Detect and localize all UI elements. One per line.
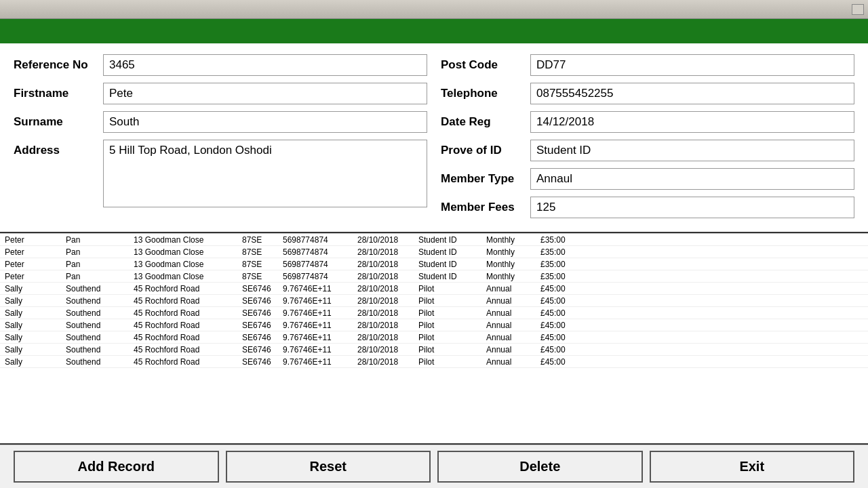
- table-cell: Student ID: [416, 272, 484, 281]
- reset-button[interactable]: Reset: [226, 451, 431, 483]
- field-row-post-code: Post Code: [441, 54, 854, 76]
- table-cell: 13 Goodman Close: [132, 235, 240, 245]
- field-row-firstname: Firstname: [14, 83, 427, 104]
- table-row[interactable]: SallySouthend45 Rochford RoadSE67469.767…: [0, 307, 868, 319]
- table-cell: £45:00: [538, 345, 586, 354]
- table-cell: Pilot: [416, 308, 484, 318]
- input-address[interactable]: [103, 140, 427, 207]
- table-row[interactable]: SallySouthend45 Rochford RoadSE67469.767…: [0, 295, 868, 307]
- table-cell: 45 Rochford Road: [132, 296, 240, 306]
- table-cell: Southend: [64, 333, 132, 342]
- table-cell: Monthly: [484, 247, 538, 257]
- table-cell: 13 Goodman Close: [132, 260, 240, 269]
- table-cell: 28/10/2018: [355, 308, 416, 318]
- label-date-reg: Date Reg: [441, 111, 522, 129]
- add-record-button[interactable]: Add Record: [14, 451, 219, 483]
- table-row[interactable]: SallySouthend45 Rochford RoadSE67469.767…: [0, 319, 868, 331]
- table-cell: Pilot: [416, 333, 484, 342]
- table-cell: SE6746: [240, 296, 281, 306]
- exit-button[interactable]: Exit: [650, 451, 855, 483]
- form-left: Reference NoFirstnameSurnameAddress: [14, 54, 427, 221]
- table-cell: Sally: [3, 296, 64, 306]
- table-cell: Annual: [484, 357, 538, 367]
- delete-button[interactable]: Delete: [437, 451, 643, 483]
- table-cell: Pilot: [416, 357, 484, 367]
- table-cell: Southend: [64, 296, 132, 306]
- table-cell: 87SE: [240, 235, 281, 245]
- table-cell: £45:00: [538, 296, 586, 306]
- table-cell: £35:00: [538, 235, 586, 245]
- table-cell: Monthly: [484, 272, 538, 281]
- table-cell: 87SE: [240, 260, 281, 269]
- table-cell: 13 Goodman Close: [132, 272, 240, 281]
- input-telephone[interactable]: [530, 83, 854, 104]
- table-cell: 87SE: [240, 247, 281, 257]
- table-cell: SE6746: [240, 345, 281, 354]
- table-cell: Pan: [64, 247, 132, 257]
- table-cell: 28/10/2018: [355, 284, 416, 293]
- table-cell: Monthly: [484, 260, 538, 269]
- table-cell: Annual: [484, 321, 538, 330]
- field-row-address: Address: [14, 140, 427, 207]
- table-cell: 9.76746E+11: [281, 296, 355, 306]
- table-cell: 28/10/2018: [355, 345, 416, 354]
- table-row[interactable]: SallySouthend45 Rochford RoadSE67469.767…: [0, 283, 868, 295]
- field-row-prove-of-id: Prove of ID: [441, 140, 854, 161]
- grid-scroll[interactable]: PeterPan13 Goodman Close87SE569877487428…: [0, 234, 868, 443]
- input-member-fees[interactable]: [530, 197, 854, 218]
- table-cell: 45 Rochford Road: [132, 345, 240, 354]
- table-cell: Peter: [3, 260, 64, 269]
- table-cell: £45:00: [538, 284, 586, 293]
- field-row-member-type: Member Type: [441, 168, 854, 190]
- close-button[interactable]: [852, 4, 864, 15]
- table-cell: 13 Goodman Close: [132, 247, 240, 257]
- table-row[interactable]: SallySouthend45 Rochford RoadSE67469.767…: [0, 331, 868, 344]
- label-reference-no: Reference No: [14, 54, 95, 72]
- input-reference-no[interactable]: [103, 54, 427, 76]
- table-cell: 28/10/2018: [355, 247, 416, 257]
- table-row[interactable]: SallySouthend45 Rochford RoadSE67469.767…: [0, 344, 868, 356]
- label-surname: Surname: [14, 111, 95, 129]
- table-cell: 5698774874: [281, 247, 355, 257]
- input-member-type[interactable]: [530, 168, 854, 190]
- table-cell: Southend: [64, 321, 132, 330]
- table-cell: 45 Rochford Road: [132, 284, 240, 293]
- input-post-code[interactable]: [530, 54, 854, 76]
- table-cell: 9.76746E+11: [281, 284, 355, 293]
- table-row[interactable]: PeterPan13 Goodman Close87SE569877487428…: [0, 234, 868, 246]
- table-row[interactable]: SallySouthend45 Rochford RoadSE67469.767…: [0, 356, 868, 368]
- table-cell: 28/10/2018: [355, 235, 416, 245]
- label-post-code: Post Code: [441, 54, 522, 72]
- table-cell: Peter: [3, 235, 64, 245]
- table-cell: 28/10/2018: [355, 357, 416, 367]
- table-cell: 5698774874: [281, 272, 355, 281]
- button-bar: Add RecordResetDeleteExit: [0, 445, 868, 488]
- table-cell: 45 Rochford Road: [132, 357, 240, 367]
- input-date-reg[interactable]: [530, 111, 854, 133]
- field-row-telephone: Telephone: [441, 83, 854, 104]
- table-cell: £35:00: [538, 260, 586, 269]
- input-firstname[interactable]: [103, 83, 427, 104]
- table-cell: 9.76746E+11: [281, 321, 355, 330]
- table-cell: 9.76746E+11: [281, 308, 355, 318]
- table-cell: 45 Rochford Road: [132, 308, 240, 318]
- table-cell: £45:00: [538, 333, 586, 342]
- table-row[interactable]: PeterPan13 Goodman Close87SE569877487428…: [0, 246, 868, 258]
- input-prove-of-id[interactable]: [530, 140, 854, 161]
- table-cell: Student ID: [416, 260, 484, 269]
- form-header: [0, 19, 868, 43]
- table-cell: Sally: [3, 345, 64, 354]
- form-window: Reference NoFirstnameSurnameAddress Post…: [0, 19, 868, 488]
- table-cell: SE6746: [240, 284, 281, 293]
- table-cell: Southend: [64, 357, 132, 367]
- table-cell: £45:00: [538, 308, 586, 318]
- table-cell: £45:00: [538, 357, 586, 367]
- table-cell: 45 Rochford Road: [132, 321, 240, 330]
- table-row[interactable]: PeterPan13 Goodman Close87SE569877487428…: [0, 270, 868, 283]
- table-row[interactable]: PeterPan13 Goodman Close87SE569877487428…: [0, 258, 868, 270]
- table-cell: 45 Rochford Road: [132, 333, 240, 342]
- table-cell: Southend: [64, 308, 132, 318]
- input-surname[interactable]: [103, 111, 427, 133]
- table-cell: Southend: [64, 345, 132, 354]
- table-cell: 5698774874: [281, 260, 355, 269]
